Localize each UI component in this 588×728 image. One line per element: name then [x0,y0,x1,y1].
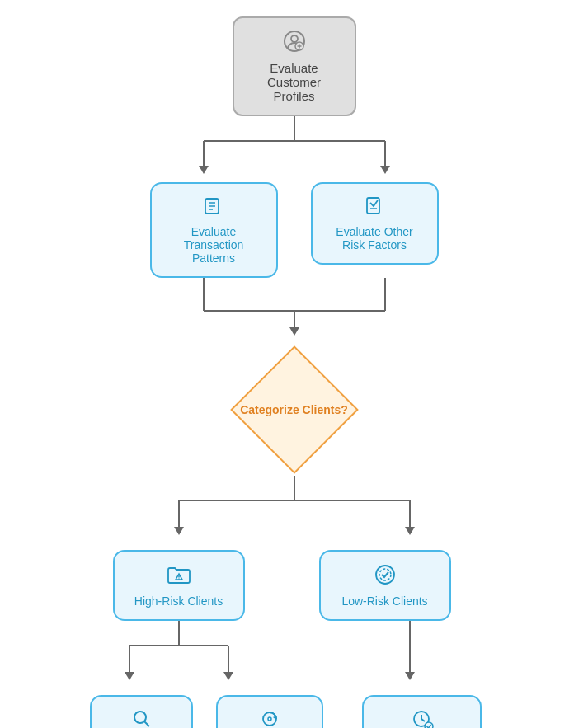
top-branch-svg [121,116,468,182]
ongoing-monitoring-node: Ongoing Monitoring [216,695,323,728]
refresh-icon [259,708,280,728]
bottom-split-svg [88,621,501,695]
svg-marker-44 [273,716,276,720]
svg-point-41 [134,712,146,723]
low-risk-node: Low-Risk Clients [319,550,451,621]
high-risk-node: High-Risk Clients [113,550,245,621]
profile-icon [283,30,306,56]
standard-monitoring-node: Standard Monitoring [362,695,482,728]
merge-svg [121,278,468,344]
transaction-patterns-node: Evaluate Transaction Patterns [150,182,278,278]
svg-marker-10 [380,166,390,174]
svg-marker-37 [125,672,134,680]
low-risk-col: Low-Risk Clients [270,550,501,621]
diamond-split-svg [88,476,501,550]
svg-marker-27 [405,527,415,535]
transaction-patterns-label: Evaluate Transaction Patterns [165,225,263,265]
top-row: Evaluate Transaction Patterns Evaluate O… [150,182,439,278]
bottom-row: Enhanced Due Diligence Ongoing Monitorin… [88,695,501,728]
svg-marker-26 [174,527,184,535]
risk-row: High-Risk Clients Low-Risk Clients [88,550,501,621]
svg-point-32 [379,569,391,580]
standard-col: Standard Monitoring [344,695,501,728]
enhanced-col: Enhanced Due Diligence [88,695,195,728]
low-risk-label: Low-Risk Clients [341,594,427,608]
svg-point-1 [291,35,298,42]
svg-marker-21 [289,327,299,336]
risk-icon [364,195,385,220]
enhanced-due-node: Enhanced Due Diligence [90,695,193,728]
high-risk-col: High-Risk Clients [88,550,270,621]
ongoing-col: Ongoing Monitoring [195,695,344,728]
svg-point-30 [178,578,179,579]
evaluate-profiles-label: Evaluate Customer Profiles [249,61,340,103]
low-risk-icon [374,563,397,589]
categorize-label: Categorize Clients? [240,402,348,417]
categorize-diamond-wrapper: Categorize Clients? [228,344,360,476]
svg-marker-9 [199,166,209,174]
clock-check-icon [411,708,434,728]
svg-point-45 [268,717,271,721]
evaluate-profiles-node: Evaluate Customer Profiles [233,16,356,116]
high-risk-icon [167,563,191,589]
flowchart: Evaluate Customer Profiles Evalua [8,16,580,728]
search-icon [131,708,153,728]
other-risk-node: Evaluate Other Risk Factors [311,182,439,265]
svg-line-48 [421,719,425,721]
high-risk-label: High-Risk Clients [134,594,223,608]
transaction-icon [203,195,224,220]
svg-marker-38 [223,672,233,680]
other-risk-label: Evaluate Other Risk Factors [326,225,424,251]
svg-marker-40 [405,672,415,680]
svg-line-42 [144,721,149,726]
